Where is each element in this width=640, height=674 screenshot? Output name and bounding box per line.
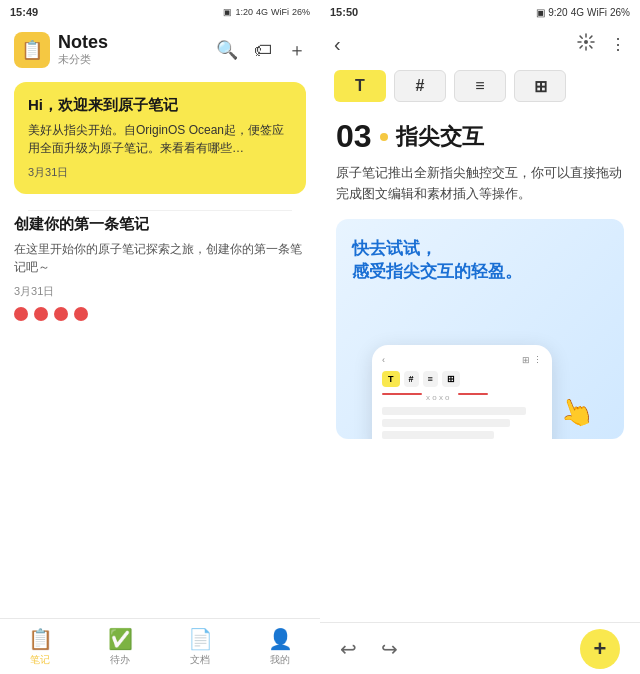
notes-list: Hi，欢迎来到原子笔记 美好从指尖开始。自OriginOS Ocean起，便签应… <box>0 74 320 618</box>
feature-description: 原子笔记推出全新指尖触控交互，你可以直接拖动完成图文编辑和素材插入等操作。 <box>336 163 624 205</box>
feature-number-row: 03 指尖交互 <box>336 118 624 155</box>
nav-profile-icon: 👤 <box>268 627 293 651</box>
color-dot-2 <box>34 307 48 321</box>
back-button[interactable]: ‹ <box>334 33 341 56</box>
feature-dot <box>380 133 388 141</box>
nav-notes[interactable]: 📋 笔记 <box>28 627 53 667</box>
finger-icon: 👆 <box>554 391 598 434</box>
app-title-text: Notes 未分类 <box>58 33 108 68</box>
bottom-toolbar: ↩ ↪ + <box>320 622 640 674</box>
color-dot-4 <box>74 307 88 321</box>
note-card-welcome[interactable]: Hi，欢迎来到原子笔记 美好从指尖开始。自OriginOS Ocean起，便签应… <box>14 82 306 194</box>
app-subtitle: 未分类 <box>58 52 108 67</box>
note-content: 03 指尖交互 原子笔记推出全新指尖触控交互，你可以直接拖动完成图文编辑和素材插… <box>320 108 640 622</box>
note-title-2: 创建你的第一条笔记 <box>14 215 306 234</box>
toolbar-text-btn[interactable]: T <box>334 70 386 102</box>
toolbar-list-btn[interactable]: ≡ <box>454 70 506 102</box>
color-dots <box>14 307 306 321</box>
left-panel: 15:49 ▣ 1:20 4G WiFi 26% 📋 Notes 未分类 🔍 🏷… <box>0 0 320 674</box>
app-header: 📋 Notes 未分类 🔍 🏷 ＋ <box>0 24 320 74</box>
note-date-2: 3月31日 <box>14 284 306 299</box>
nav-docs-label: 文档 <box>190 653 210 667</box>
app-icon: 📋 <box>14 32 50 68</box>
search-icon[interactable]: 🔍 <box>216 39 238 61</box>
app-title: Notes <box>58 33 108 53</box>
promo-text: 快去试试，感受指尖交互的轻盈。 <box>352 237 608 285</box>
bottom-actions: ↩ ↪ <box>340 637 398 661</box>
time-left: 15:49 <box>10 6 38 18</box>
promo-image-block: 快去试试，感受指尖交互的轻盈。 ‹ ⊞ ⋮ T # ≡ ⊞ x o x o <box>336 219 624 439</box>
status-bar-right: 15:50 ▣ 9:20 4G WiFi 26% <box>320 0 640 24</box>
status-icons-left: ▣ 1:20 4G WiFi 26% <box>223 7 310 17</box>
phone-mockup-toolbar: ‹ ⊞ ⋮ <box>382 355 542 365</box>
nav-todo[interactable]: ✅ 待办 <box>108 627 133 667</box>
app-title-wrap: 📋 Notes 未分类 <box>14 32 108 68</box>
toolbar-hash-btn[interactable]: # <box>394 70 446 102</box>
right-header-icons: ⋮ <box>576 32 626 56</box>
color-dot-3 <box>54 307 68 321</box>
status-icons-right: ▣ 9:20 4G WiFi 26% <box>536 7 630 18</box>
phone-color-line: x o x o <box>382 393 542 402</box>
phone-text-1 <box>382 407 526 415</box>
nav-docs[interactable]: 📄 文档 <box>188 627 213 667</box>
nav-notes-label: 笔记 <box>30 653 50 667</box>
phone-text-3 <box>382 431 494 439</box>
editor-toolbar: T # ≡ ⊞ <box>320 64 640 108</box>
note-preview-1: 美好从指尖开始。自OriginOS Ocean起，便签应用全面升级为原子笔记。来… <box>28 121 292 157</box>
add-fab-button[interactable]: + <box>580 629 620 669</box>
right-panel: 15:50 ▣ 9:20 4G WiFi 26% ‹ ⋮ T # <box>320 0 640 674</box>
settings-icon[interactable] <box>576 32 596 56</box>
undo-button[interactable]: ↩ <box>340 637 357 661</box>
note-title-1: Hi，欢迎来到原子笔记 <box>28 96 292 115</box>
more-icon[interactable]: ⋮ <box>610 35 626 54</box>
header-icons: 🔍 🏷 ＋ <box>216 38 306 62</box>
status-bar-left: 15:49 ▣ 1:20 4G WiFi 26% <box>0 0 320 24</box>
feature-title: 指尖交互 <box>396 122 484 152</box>
phone-mockup-tools: T # ≡ ⊞ <box>382 371 542 387</box>
color-dot-1 <box>14 307 28 321</box>
time-right: 15:50 <box>330 6 358 18</box>
bottom-nav: 📋 笔记 ✅ 待办 📄 文档 👤 我的 <box>0 618 320 674</box>
tag-icon[interactable]: 🏷 <box>254 40 272 61</box>
redo-button[interactable]: ↪ <box>381 637 398 661</box>
nav-todo-icon: ✅ <box>108 627 133 651</box>
feature-number: 03 <box>336 118 372 155</box>
toolbar-grid-btn[interactable]: ⊞ <box>514 70 566 102</box>
nav-notes-icon: 📋 <box>28 627 53 651</box>
note-date-1: 3月31日 <box>28 165 292 180</box>
note-preview-2: 在这里开始你的原子笔记探索之旅，创建你的第一条笔记吧～ <box>14 240 306 276</box>
nav-todo-label: 待办 <box>110 653 130 667</box>
nav-docs-icon: 📄 <box>188 627 213 651</box>
nav-profile-label: 我的 <box>270 653 290 667</box>
note-detail-header: ‹ ⋮ <box>320 24 640 64</box>
phone-text-2 <box>382 419 510 427</box>
add-note-icon[interactable]: ＋ <box>288 38 306 62</box>
phone-mockup: ‹ ⊞ ⋮ T # ≡ ⊞ x o x o <box>372 345 552 439</box>
nav-profile[interactable]: 👤 我的 <box>268 627 293 667</box>
note-card-first[interactable]: 创建你的第一条笔记 在这里开始你的原子笔记探索之旅，创建你的第一条笔记吧～ 3月… <box>14 211 306 337</box>
svg-point-0 <box>584 40 588 44</box>
